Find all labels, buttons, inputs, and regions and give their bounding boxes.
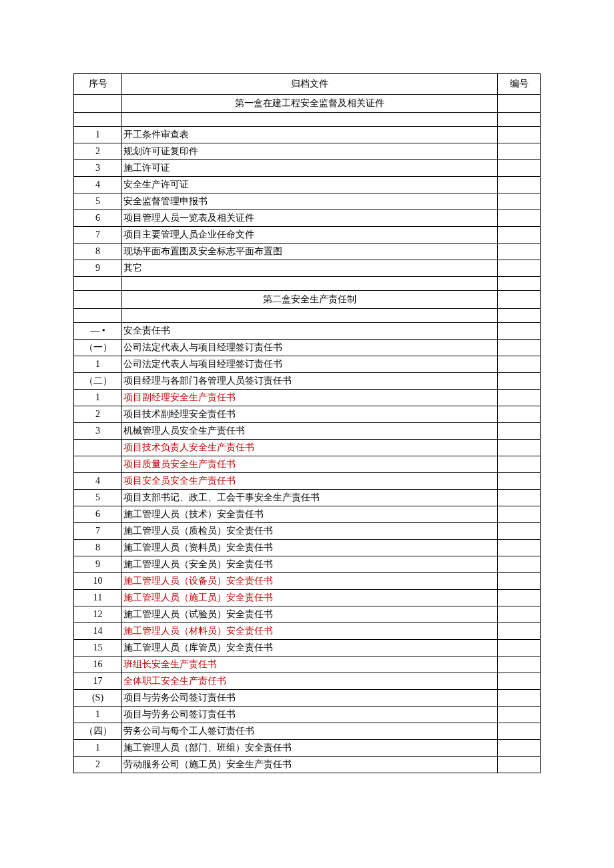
doc-cell: 安全生产许可证 <box>122 177 498 193</box>
num-cell <box>498 590 541 606</box>
table-row: 8施工管理人员（资料员）安全责任书 <box>74 540 541 556</box>
num-cell <box>498 277 541 291</box>
table-row: — •安全责任书 <box>74 323 541 340</box>
doc-cell: 施工管理人员（安全员）安全责任书 <box>122 556 498 573</box>
table-row: 1项目副经理安全生产责任书 <box>74 390 541 406</box>
table-row: 11施工管理人员（施工员）安全责任书 <box>74 590 541 606</box>
num-cell <box>498 523 541 540</box>
table-row: 6项目管理人员一览表及相关证件 <box>74 210 541 227</box>
table-row: 2项目技术副经理安全责任书 <box>74 406 541 423</box>
seq-cell: （二） <box>74 373 122 390</box>
table-row: 3机械管理人员安全生产责任书 <box>74 423 541 440</box>
table-row: （二）项目经理与各部门各管理人员签订责任书 <box>74 373 541 390</box>
num-cell <box>498 323 541 340</box>
num-cell <box>498 723 541 740</box>
doc-cell: 项目技术副经理安全责任书 <box>122 406 498 423</box>
seq-cell: 1 <box>74 740 122 757</box>
num-cell <box>498 606 541 623</box>
table-row: 1公司法定代表人与项目经理签订责任书 <box>74 356 541 373</box>
doc-cell: 劳动服务公司（施工员）安全生产责任书 <box>122 757 498 773</box>
table-row: 1施工管理人员（部门、班组）安全责任书 <box>74 740 541 757</box>
num-cell <box>498 127 541 143</box>
num-cell <box>498 143 541 160</box>
seq-cell: 9 <box>74 260 122 277</box>
empty-row <box>74 309 541 323</box>
doc-cell: 施工管理人员（质检员）安全责任书 <box>122 523 498 540</box>
num-cell <box>498 556 541 573</box>
table-row: （四）劳务公司与每个工人签订责任书 <box>74 723 541 740</box>
seq-cell: — • <box>74 323 122 340</box>
num-cell <box>498 309 541 323</box>
table-row: 12施工管理人员（试验员）安全责任书 <box>74 606 541 623</box>
doc-cell: 现场平面布置图及安全标志平面布置图 <box>122 244 498 260</box>
seq-cell: 6 <box>74 210 122 227</box>
doc-cell: 项目主要管理人员企业任命文件 <box>122 227 498 244</box>
num-cell <box>498 244 541 260</box>
num-cell <box>498 757 541 773</box>
num-cell <box>498 373 541 390</box>
seq-cell <box>74 456 122 473</box>
doc-cell: 项目与劳务公司签订责任书 <box>122 707 498 723</box>
seq-cell <box>74 291 122 309</box>
seq-cell: 6 <box>74 506 122 523</box>
table-row: 10施工管理人员（设备员）安全责任书 <box>74 573 541 590</box>
seq-cell: 4 <box>74 177 122 193</box>
doc-cell: 其它 <box>122 260 498 277</box>
num-cell <box>498 573 541 590</box>
seq-cell <box>74 309 122 323</box>
seq-cell: 16 <box>74 657 122 673</box>
table-row: 4安全生产许可证 <box>74 177 541 193</box>
seq-cell: 7 <box>74 523 122 540</box>
doc-cell <box>122 309 498 323</box>
doc-cell: 项目质量员安全生产责任书 <box>122 456 498 473</box>
num-cell <box>498 113 541 127</box>
seq-cell: 8 <box>74 244 122 260</box>
seq-cell <box>74 440 122 456</box>
section-row: 第二盒安全生产责任制 <box>74 291 541 309</box>
seq-cell: 12 <box>74 606 122 623</box>
seq-cell: 3 <box>74 160 122 177</box>
doc-cell: 施工管理人员（资料员）安全责任书 <box>122 540 498 556</box>
num-cell <box>498 540 541 556</box>
num-cell <box>498 356 541 373</box>
table-row: 14施工管理人员（材料员）安全责任书 <box>74 623 541 640</box>
seq-cell: 4 <box>74 473 122 490</box>
table-row: 7施工管理人员（质检员）安全责任书 <box>74 523 541 540</box>
num-cell <box>498 390 541 406</box>
table-row: 2规划许可证复印件 <box>74 143 541 160</box>
seq-cell: 2 <box>74 143 122 160</box>
num-cell <box>498 291 541 309</box>
doc-cell: 项目与劳务公司签订责任书 <box>122 690 498 707</box>
seq-cell <box>74 113 122 127</box>
table-row: (S)项目与劳务公司签订责任书 <box>74 690 541 707</box>
doc-cell: 施工管理人员（设备员）安全责任书 <box>122 573 498 590</box>
seq-cell <box>74 277 122 291</box>
num-cell <box>498 490 541 506</box>
num-cell <box>498 690 541 707</box>
doc-cell: 安全责任书 <box>122 323 498 340</box>
num-cell <box>498 473 541 490</box>
seq-cell: 2 <box>74 406 122 423</box>
doc-cell: 全体职工安全生产责任书 <box>122 673 498 690</box>
num-cell <box>498 657 541 673</box>
table-row: 15施工管理人员（库管员）安全责任书 <box>74 640 541 657</box>
seq-cell: 5 <box>74 490 122 506</box>
seq-cell: 7 <box>74 227 122 244</box>
num-cell <box>498 440 541 456</box>
table-row: 8现场平面布置图及安全标志平面布置图 <box>74 244 541 260</box>
num-cell <box>498 177 541 193</box>
table-row: 4项目安全员安全生产责任书 <box>74 473 541 490</box>
num-cell <box>498 193 541 210</box>
header-num: 编号 <box>498 74 541 95</box>
table-row: 1项目与劳务公司签订责任书 <box>74 707 541 723</box>
num-cell <box>498 456 541 473</box>
seq-cell: (S) <box>74 690 122 707</box>
seq-cell: 3 <box>74 423 122 440</box>
empty-row <box>74 113 541 127</box>
doc-cell: 施工管理人员（施工员）安全责任书 <box>122 590 498 606</box>
header-seq: 序号 <box>74 74 122 95</box>
num-cell <box>498 160 541 177</box>
table-row: 1开工条件审查表 <box>74 127 541 143</box>
num-cell <box>498 227 541 244</box>
table-row: 项目技术负责人安全生产责任书 <box>74 440 541 456</box>
